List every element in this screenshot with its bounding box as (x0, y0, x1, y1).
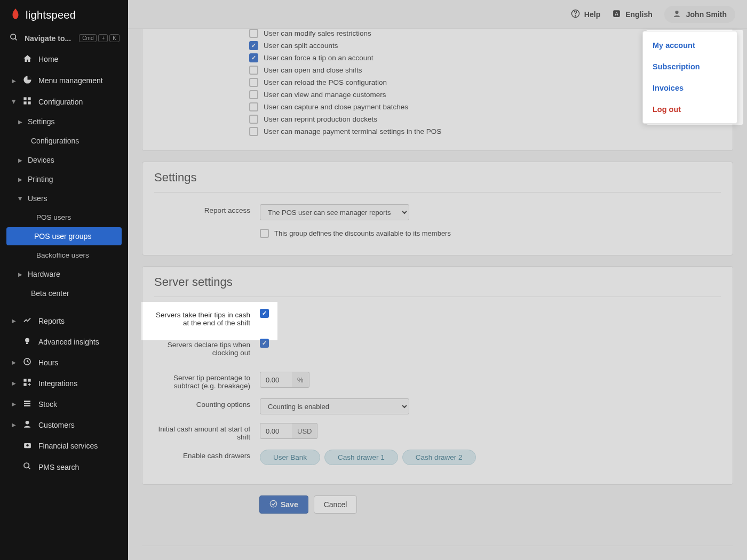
cancel-button[interactable]: Cancel (314, 495, 357, 514)
user-icon (21, 420, 33, 430)
report-access-select[interactable]: The POS user can see manager reports (260, 204, 409, 220)
nav-hours[interactable]: ▶Hours (0, 352, 128, 373)
svg-point-25 (270, 500, 277, 507)
checkbox-open-close-shifts[interactable] (249, 66, 258, 75)
nav-settings[interactable]: ▶Settings (0, 112, 128, 131)
search-icon (21, 462, 33, 472)
tips-cash-row: Servers take their tips in cash at the e… (142, 305, 733, 331)
declare-tips-row: Servers declare tips when clocking out (142, 331, 733, 367)
nav-stock[interactable]: ▶Stock (0, 394, 128, 414)
nav-users[interactable]: ▶Users (0, 189, 128, 208)
nav-menu-management[interactable]: ▶ Menu management (0, 70, 128, 91)
svg-point-21 (575, 15, 576, 16)
checkbox-reprint-dockets[interactable] (249, 115, 258, 124)
user-menu-button[interactable]: John Smith (664, 6, 735, 23)
home-icon (21, 54, 33, 65)
checkbox-tips-cash[interactable] (260, 309, 269, 318)
dropdown-subscription[interactable]: Subscription (643, 56, 737, 77)
sidebar: lightspeed Navigate to... Cmd + K ▶ Home… (0, 0, 128, 560)
dropdown-my-account[interactable]: My account (643, 35, 737, 56)
nav-advanced-insights[interactable]: ▶Advanced insights (0, 331, 128, 352)
nav-search-placeholder: Navigate to... (25, 34, 71, 43)
checkbox-split-accounts[interactable] (249, 41, 258, 50)
checkbox-discounts[interactable] (260, 229, 269, 238)
counting-select[interactable]: Counting is enabled (260, 398, 409, 414)
checkbox-reload-pos[interactable] (249, 78, 258, 87)
server-settings-title: Server settings (142, 267, 733, 293)
nav-pos-user-groups[interactable]: POS user groups (6, 227, 122, 245)
enable-drawers-label: Enable cash drawers (154, 450, 250, 460)
brand-flame-icon (10, 7, 21, 22)
translate-icon: A (612, 9, 621, 20)
help-button[interactable]: Help (571, 9, 600, 20)
nav-configuration[interactable]: ▶ Configuration (0, 91, 128, 112)
clock-icon (21, 357, 33, 367)
nav-customers[interactable]: ▶Customers (0, 414, 128, 435)
pill-cash-drawer-2[interactable]: Cash drawer 2 (402, 450, 476, 465)
tip-pct-label: Server tip percentage to subtract (e.g. … (154, 372, 250, 390)
svg-rect-9 (23, 379, 26, 381)
kbd-cmd: Cmd (79, 34, 97, 42)
report-access-row: Report access The POS user can see manag… (142, 200, 733, 225)
nav-reports[interactable]: ▶Reports (0, 310, 128, 331)
help-icon (571, 9, 580, 20)
svg-rect-2 (23, 97, 26, 100)
svg-rect-7 (26, 342, 28, 344)
checkbox-terminal-settings[interactable] (249, 127, 258, 136)
server-settings-card: Server settings Servers take their tips … (142, 266, 733, 485)
dropdown-logout[interactable]: Log out (643, 99, 737, 120)
svg-rect-14 (24, 405, 30, 406)
kbd-k: K (109, 34, 120, 42)
nav-pos-users[interactable]: POS users (0, 208, 128, 227)
svg-rect-3 (28, 97, 30, 100)
svg-text:A: A (615, 11, 618, 17)
user-dropdown: My account Subscription Invoices Log out (642, 31, 737, 124)
avatar-icon (673, 10, 681, 19)
pill-cash-drawer-1[interactable]: Cash drawer 1 (324, 450, 398, 465)
svg-point-15 (26, 421, 29, 425)
svg-rect-4 (23, 101, 26, 104)
nav-integrations[interactable]: ▶Integrations (0, 373, 128, 394)
nav-configurations[interactable]: Configurations (0, 131, 128, 150)
nav-search[interactable]: Navigate to... Cmd + K (0, 28, 128, 49)
nav-pms-search[interactable]: ▶PMS search (0, 457, 128, 477)
counting-row: Counting options Counting is enabled (142, 394, 733, 419)
apps-icon (21, 378, 33, 388)
svg-point-0 (11, 34, 15, 39)
nav-printing[interactable]: ▶Printing (0, 170, 128, 189)
perm-row: User can manage payment terminal setting… (142, 125, 733, 138)
nav-beta-center[interactable]: Beta center (0, 284, 128, 303)
svg-point-6 (25, 338, 29, 342)
discounts-row: This group defines the discounts availab… (142, 225, 733, 242)
svg-rect-5 (28, 101, 30, 104)
tip-pct-row: Server tip percentage to subtract (e.g. … (142, 367, 733, 394)
checkbox-payment-batches[interactable] (249, 102, 258, 111)
footer: Copyright 2023 Lightspeed Restaurant K S… (142, 546, 733, 560)
initial-cash-label: Initial cash amount at start of shift (154, 423, 250, 441)
layers-icon (21, 399, 33, 409)
chart-icon (21, 316, 33, 326)
enable-drawers-row: Enable cash drawers User Bank Cash drawe… (142, 445, 733, 469)
svg-rect-12 (24, 401, 30, 402)
pill-user-bank[interactable]: User Bank (260, 450, 320, 465)
checkbox-declare-tips[interactable] (260, 339, 269, 348)
checkbox-force-tip[interactable] (249, 53, 258, 62)
svg-point-17 (26, 444, 28, 446)
nav-home[interactable]: ▶ Home (0, 49, 128, 70)
action-buttons: Save Cancel (259, 495, 733, 514)
language-button[interactable]: A English (612, 9, 653, 20)
nav-financial-services[interactable]: ▶Financial services (0, 435, 128, 457)
currency-suffix: USD (292, 423, 317, 439)
nav-backoffice-users[interactable]: Backoffice users (0, 246, 128, 265)
svg-line-19 (28, 467, 30, 469)
pie-icon (21, 75, 33, 86)
dropdown-invoices[interactable]: Invoices (643, 77, 737, 99)
save-button[interactable]: Save (259, 495, 308, 514)
nav-devices[interactable]: ▶Devices (0, 150, 128, 170)
svg-line-1 (15, 38, 17, 40)
svg-rect-10 (28, 379, 30, 381)
checkbox-view-customers[interactable] (249, 90, 258, 99)
nav-hardware[interactable]: ▶Hardware (0, 265, 128, 284)
checkbox-modify-sales[interactable] (249, 29, 258, 38)
topbar: Help A English John Smith (128, 0, 747, 29)
